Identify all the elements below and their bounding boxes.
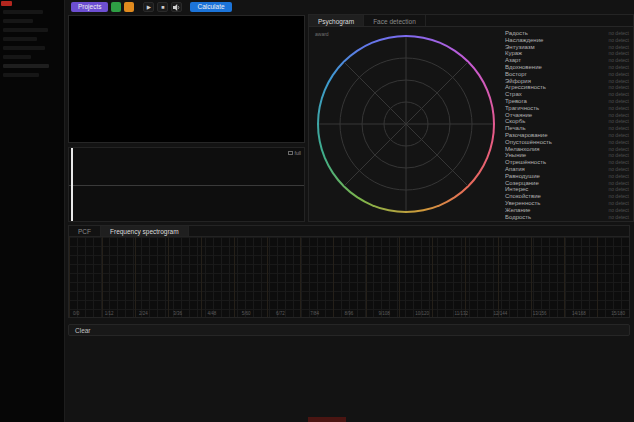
emotion-name: Наслаждение [505,37,543,43]
emotion-value: no detect [608,139,629,145]
emotion-value: no detect [608,166,629,172]
emotion-row: Равнодушие no detect [505,173,629,180]
emotion-row: Меланхолия no detect [505,146,629,153]
emotion-name: Азарт [505,57,521,63]
stop-icon: ■ [161,4,164,10]
emotion-value: no detect [608,159,629,165]
emotion-row: Наслаждение no detect [505,37,629,44]
emotion-row: Интерес no detect [505,186,629,193]
stop-button[interactable]: ■ [157,2,168,12]
tab-face-detection[interactable]: Face detection [364,15,426,26]
waveform-full-label: full [295,150,301,156]
psychogram-grid [317,35,495,213]
emotion-value: no detect [608,152,629,158]
emotion-name: Скорбь [505,118,525,124]
waveform-panel[interactable]: full [68,147,305,222]
emotion-name: Отчаяние [505,112,532,118]
video-preview [68,15,305,143]
axis-tick-label: 11/132 [455,311,468,316]
emotion-row: Эйфория no detect [505,78,629,85]
sidebar-item[interactable] [3,46,45,50]
emotion-row: Тревога no detect [505,98,629,105]
emotion-row: Энтузиазм no detect [505,44,629,51]
play-button[interactable]: ▶ [143,2,154,12]
emotion-row: Вдохновение no detect [505,64,629,71]
emotion-value: no detect [608,132,629,138]
play-icon: ▶ [147,4,151,10]
tab-frequency-spectrogram[interactable]: Frequency spectrogram [101,226,189,236]
sidebar-item[interactable] [3,28,48,32]
expand-icon [288,151,293,155]
emotion-name: Равнодушие [505,173,540,179]
emotion-row: Скорбь no detect [505,118,629,125]
volume-button[interactable] [171,2,182,12]
emotion-value: no detect [608,84,629,90]
emotion-row: Отрешённость no detect [505,159,629,166]
sidebar-item[interactable] [3,55,31,59]
app-window: Projects ▶ ■ Calculate full Psychogram F… [0,0,634,422]
waveform-baseline [69,185,304,186]
tab-pcf[interactable]: PCF [69,226,101,236]
tab-psychogram[interactable]: Psychogram [309,15,364,26]
axis-tick-label: 0/0 [73,311,79,316]
axis-tick-label: 14/168 [572,311,586,316]
axis-tick-label: 15/180 [611,311,625,316]
sidebar-item[interactable] [3,19,33,23]
emotion-value: no detect [608,30,629,36]
speaker-icon [173,4,180,11]
emotion-name: Разочарование [505,132,548,138]
emotion-row: Печаль no detect [505,125,629,132]
recording-indicator [1,1,12,6]
psychogram-chart: award [309,27,503,221]
emotion-value: no detect [608,71,629,77]
emotion-value: no detect [608,180,629,186]
axis-tick-label: 10/120 [415,311,429,316]
axis-tick-label: 2/24 [139,311,148,316]
orange-action-button[interactable] [124,2,134,12]
sidebar-item[interactable] [3,10,43,14]
toolbar: Projects ▶ ■ Calculate [65,0,634,14]
emotion-name: Бодрость [505,214,531,220]
emotion-list: Радость no detect Наслаждение no detect … [503,27,633,221]
axis-tick-label: 9/108 [379,311,390,316]
bottom-red-indicator [308,417,346,422]
emotion-value: no detect [608,173,629,179]
emotion-value: no detect [608,50,629,56]
emotion-name: Агрессивность [505,84,546,90]
waveform-full-button[interactable]: full [288,150,301,156]
emotion-value: no detect [608,146,629,152]
sidebar [0,0,65,422]
axis-tick-label: 4/48 [207,311,216,316]
playhead[interactable] [71,148,73,221]
emotion-name: Радость [505,30,528,36]
emotion-name: Меланхолия [505,146,540,152]
green-action-button[interactable] [111,2,121,12]
psychogram-tabbar: Psychogram Face detection [309,15,633,27]
spectrogram-axis: 0/01/122/243/364/485/606/727/848/969/108… [73,311,625,316]
sidebar-item[interactable] [3,73,39,77]
emotion-name: Уныние [505,152,526,158]
emotion-name: Страх [505,91,522,97]
spectrogram-panel: 0/01/122/243/364/485/606/727/848/969/108… [68,236,630,318]
axis-tick-label: 3/36 [173,311,182,316]
axis-tick-label: 6/72 [276,311,285,316]
emotion-row: Азарт no detect [505,57,629,64]
sidebar-item[interactable] [3,37,37,41]
spectrogram-tabbar: PCF Frequency spectrogram [68,225,630,236]
emotion-value: no detect [608,207,629,213]
emotion-name: Вдохновение [505,64,542,70]
emotion-row: Отчаяние no detect [505,112,629,119]
emotion-row: Апатия no detect [505,166,629,173]
axis-tick-label: 1/12 [105,311,114,316]
axis-tick-label: 7/84 [310,311,319,316]
projects-button[interactable]: Projects [71,2,108,13]
emotion-value: no detect [608,186,629,192]
emotion-name: Отрешённость [505,159,546,165]
axis-tick-label: 5/60 [242,311,251,316]
calculate-button[interactable]: Calculate [190,2,231,13]
sidebar-item[interactable] [3,64,49,68]
emotion-row: Желание no detect [505,207,629,214]
psychogram-panel: Psychogram Face detection award [308,14,634,222]
emotion-row: Кураж no detect [505,50,629,57]
clear-button[interactable]: Clear [68,324,630,336]
